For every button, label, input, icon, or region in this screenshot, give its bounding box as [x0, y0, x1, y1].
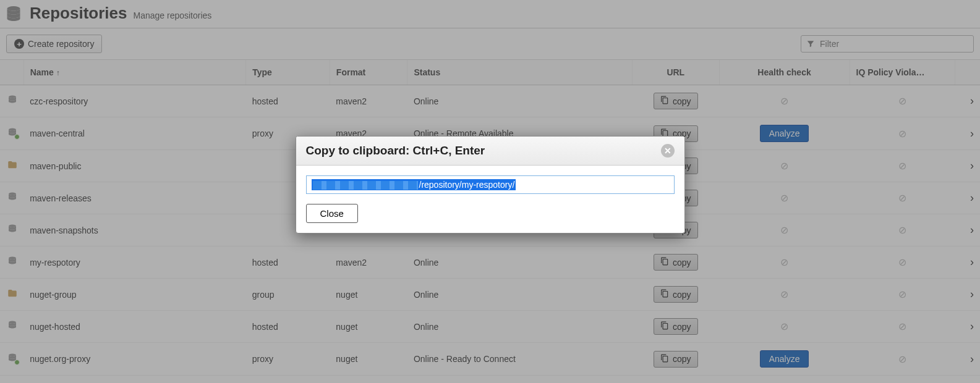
dialog-body: /repository/my-respotory/: [296, 166, 684, 204]
url-input[interactable]: /repository/my-respotory/: [306, 175, 675, 194]
dialog-title: Copy to clipboard: Ctrl+C, Enter: [306, 144, 485, 158]
modal-overlay[interactable]: Copy to clipboard: Ctrl+C, Enter ✕ /repo…: [0, 0, 980, 383]
redacted-segment: [313, 181, 418, 190]
copy-url-dialog: Copy to clipboard: Ctrl+C, Enter ✕ /repo…: [296, 136, 685, 234]
url-selected-text: /repository/my-respotory/: [312, 179, 516, 190]
dialog-header: Copy to clipboard: Ctrl+C, Enter ✕: [296, 137, 684, 166]
dialog-footer: Close: [296, 204, 684, 233]
close-button[interactable]: Close: [306, 204, 358, 223]
close-icon[interactable]: ✕: [661, 144, 675, 158]
